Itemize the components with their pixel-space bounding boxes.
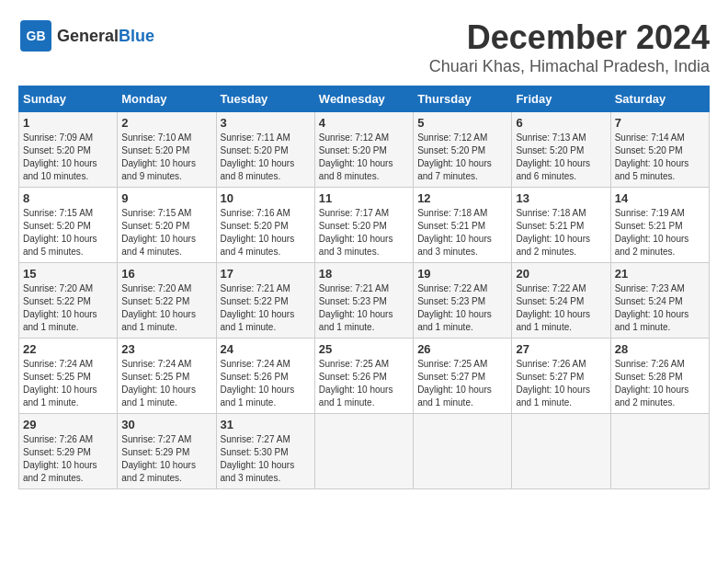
day-number: 21 <box>615 267 705 281</box>
day-number: 29 <box>23 418 113 431</box>
day-number: 11 <box>319 191 409 205</box>
calendar-cell: 14Sunrise: 7:19 AMSunset: 5:21 PMDayligh… <box>610 188 709 263</box>
day-info: Sunrise: 7:15 AMSunset: 5:20 PMDaylight:… <box>121 207 211 259</box>
calendar-cell: 23Sunrise: 7:24 AMSunset: 5:25 PMDayligh… <box>118 339 216 414</box>
calendar-cell: 6Sunrise: 7:13 AMSunset: 5:20 PMDaylight… <box>512 112 610 188</box>
day-number: 18 <box>319 267 409 281</box>
calendar-week-5: 29Sunrise: 7:26 AMSunset: 5:29 PMDayligh… <box>19 414 710 489</box>
day-number: 31 <box>221 418 311 431</box>
day-number: 20 <box>516 267 606 281</box>
day-info: Sunrise: 7:23 AMSunset: 5:24 PMDaylight:… <box>615 282 705 334</box>
day-info: Sunrise: 7:27 AMSunset: 5:30 PMDaylight:… <box>221 433 311 485</box>
page-container: GB GeneralBlue December 2024 Chuari Khas… <box>18 18 710 489</box>
calendar-cell: 7Sunrise: 7:14 AMSunset: 5:20 PMDaylight… <box>610 112 709 188</box>
day-number: 2 <box>121 116 211 130</box>
calendar-cell: 19Sunrise: 7:22 AMSunset: 5:23 PMDayligh… <box>414 263 512 339</box>
calendar-table: SundayMondayTuesdayWednesdayThursdayFrid… <box>18 86 710 489</box>
day-number: 26 <box>417 342 507 356</box>
day-number: 16 <box>121 267 211 281</box>
calendar-cell: 26Sunrise: 7:25 AMSunset: 5:27 PMDayligh… <box>414 339 512 414</box>
day-info: Sunrise: 7:10 AMSunset: 5:20 PMDaylight:… <box>121 132 211 183</box>
day-number: 5 <box>417 116 507 130</box>
day-info: Sunrise: 7:11 AMSunset: 5:20 PMDaylight:… <box>221 132 311 183</box>
day-info: Sunrise: 7:14 AMSunset: 5:20 PMDaylight:… <box>615 132 705 183</box>
day-info: Sunrise: 7:18 AMSunset: 5:21 PMDaylight:… <box>516 207 606 259</box>
calendar-week-4: 22Sunrise: 7:24 AMSunset: 5:25 PMDayligh… <box>19 339 710 414</box>
day-info: Sunrise: 7:09 AMSunset: 5:20 PMDaylight:… <box>23 132 113 183</box>
calendar-cell: 31Sunrise: 7:27 AMSunset: 5:30 PMDayligh… <box>216 414 314 489</box>
day-info: Sunrise: 7:27 AMSunset: 5:29 PMDaylight:… <box>121 433 211 485</box>
day-number: 14 <box>615 191 705 205</box>
logo-text: GeneralBlue <box>57 27 154 46</box>
calendar-cell: 25Sunrise: 7:25 AMSunset: 5:26 PMDayligh… <box>314 339 413 414</box>
day-number: 4 <box>319 116 409 130</box>
day-number: 23 <box>121 342 211 356</box>
logo-general: General <box>57 27 119 45</box>
calendar-week-1: 1Sunrise: 7:09 AMSunset: 5:20 PMDaylight… <box>19 112 710 188</box>
calendar-cell: 24Sunrise: 7:24 AMSunset: 5:26 PMDayligh… <box>216 339 314 414</box>
location-title: Chuari Khas, Himachal Pradesh, India <box>429 57 710 76</box>
day-number: 24 <box>221 342 311 356</box>
logo-blue: Blue <box>119 27 154 45</box>
day-info: Sunrise: 7:16 AMSunset: 5:20 PMDaylight:… <box>221 207 311 259</box>
day-number: 28 <box>615 342 705 356</box>
day-number: 22 <box>23 342 113 356</box>
calendar-cell: 2Sunrise: 7:10 AMSunset: 5:20 PMDaylight… <box>118 112 216 188</box>
day-info: Sunrise: 7:19 AMSunset: 5:21 PMDaylight:… <box>615 207 705 259</box>
day-number: 25 <box>319 342 409 356</box>
calendar-cell: 29Sunrise: 7:26 AMSunset: 5:29 PMDayligh… <box>19 414 118 489</box>
calendar-cell: 22Sunrise: 7:24 AMSunset: 5:25 PMDayligh… <box>19 339 118 414</box>
day-number: 19 <box>417 267 507 281</box>
day-number: 27 <box>516 342 606 356</box>
calendar-cell: 13Sunrise: 7:18 AMSunset: 5:21 PMDayligh… <box>512 188 610 263</box>
day-info: Sunrise: 7:20 AMSunset: 5:22 PMDaylight:… <box>23 282 113 334</box>
calendar-cell: 18Sunrise: 7:21 AMSunset: 5:23 PMDayligh… <box>314 263 413 339</box>
day-info: Sunrise: 7:21 AMSunset: 5:23 PMDaylight:… <box>319 282 409 334</box>
day-number: 1 <box>23 116 113 130</box>
day-info: Sunrise: 7:26 AMSunset: 5:28 PMDaylight:… <box>615 358 705 409</box>
day-info: Sunrise: 7:22 AMSunset: 5:23 PMDaylight:… <box>417 282 507 334</box>
calendar-cell: 5Sunrise: 7:12 AMSunset: 5:20 PMDaylight… <box>414 112 512 188</box>
day-number: 10 <box>221 191 311 205</box>
day-info: Sunrise: 7:20 AMSunset: 5:22 PMDaylight:… <box>121 282 211 334</box>
calendar-cell <box>512 414 610 489</box>
calendar-cell: 15Sunrise: 7:20 AMSunset: 5:22 PMDayligh… <box>19 263 118 339</box>
day-header-thursday: Thursday <box>414 86 512 112</box>
day-number: 13 <box>516 191 606 205</box>
calendar-cell <box>314 414 413 489</box>
day-number: 12 <box>417 191 507 205</box>
day-info: Sunrise: 7:22 AMSunset: 5:24 PMDaylight:… <box>516 282 606 334</box>
svg-text:GB: GB <box>27 29 46 43</box>
calendar-cell: 12Sunrise: 7:18 AMSunset: 5:21 PMDayligh… <box>414 188 512 263</box>
calendar-cell: 3Sunrise: 7:11 AMSunset: 5:20 PMDaylight… <box>216 112 314 188</box>
day-info: Sunrise: 7:24 AMSunset: 5:25 PMDaylight:… <box>23 358 113 409</box>
month-title: December 2024 <box>429 18 710 57</box>
calendar-cell: 28Sunrise: 7:26 AMSunset: 5:28 PMDayligh… <box>610 339 709 414</box>
day-number: 15 <box>23 267 113 281</box>
calendar-cell: 8Sunrise: 7:15 AMSunset: 5:20 PMDaylight… <box>19 188 118 263</box>
calendar-cell: 4Sunrise: 7:12 AMSunset: 5:20 PMDaylight… <box>314 112 413 188</box>
header: GB GeneralBlue December 2024 Chuari Khas… <box>18 18 710 76</box>
calendar-cell: 17Sunrise: 7:21 AMSunset: 5:22 PMDayligh… <box>216 263 314 339</box>
day-info: Sunrise: 7:18 AMSunset: 5:21 PMDaylight:… <box>417 207 507 259</box>
day-number: 9 <box>121 191 211 205</box>
day-header-wednesday: Wednesday <box>314 86 413 112</box>
calendar-cell: 20Sunrise: 7:22 AMSunset: 5:24 PMDayligh… <box>512 263 610 339</box>
calendar-cell: 10Sunrise: 7:16 AMSunset: 5:20 PMDayligh… <box>216 188 314 263</box>
day-info: Sunrise: 7:24 AMSunset: 5:26 PMDaylight:… <box>221 358 311 409</box>
calendar-cell <box>414 414 512 489</box>
calendar-week-3: 15Sunrise: 7:20 AMSunset: 5:22 PMDayligh… <box>19 263 710 339</box>
calendar-cell: 9Sunrise: 7:15 AMSunset: 5:20 PMDaylight… <box>118 188 216 263</box>
day-info: Sunrise: 7:12 AMSunset: 5:20 PMDaylight:… <box>417 132 507 183</box>
day-info: Sunrise: 7:26 AMSunset: 5:27 PMDaylight:… <box>516 358 606 409</box>
day-header-sunday: Sunday <box>19 86 118 112</box>
day-header-tuesday: Tuesday <box>216 86 314 112</box>
day-info: Sunrise: 7:17 AMSunset: 5:20 PMDaylight:… <box>319 207 409 259</box>
logo: GB GeneralBlue <box>18 18 154 53</box>
day-info: Sunrise: 7:24 AMSunset: 5:25 PMDaylight:… <box>121 358 211 409</box>
day-info: Sunrise: 7:12 AMSunset: 5:20 PMDaylight:… <box>319 132 409 183</box>
title-block: December 2024 Chuari Khas, Himachal Prad… <box>429 18 710 76</box>
day-header-friday: Friday <box>512 86 610 112</box>
day-info: Sunrise: 7:13 AMSunset: 5:20 PMDaylight:… <box>516 132 606 183</box>
calendar-cell: 16Sunrise: 7:20 AMSunset: 5:22 PMDayligh… <box>118 263 216 339</box>
